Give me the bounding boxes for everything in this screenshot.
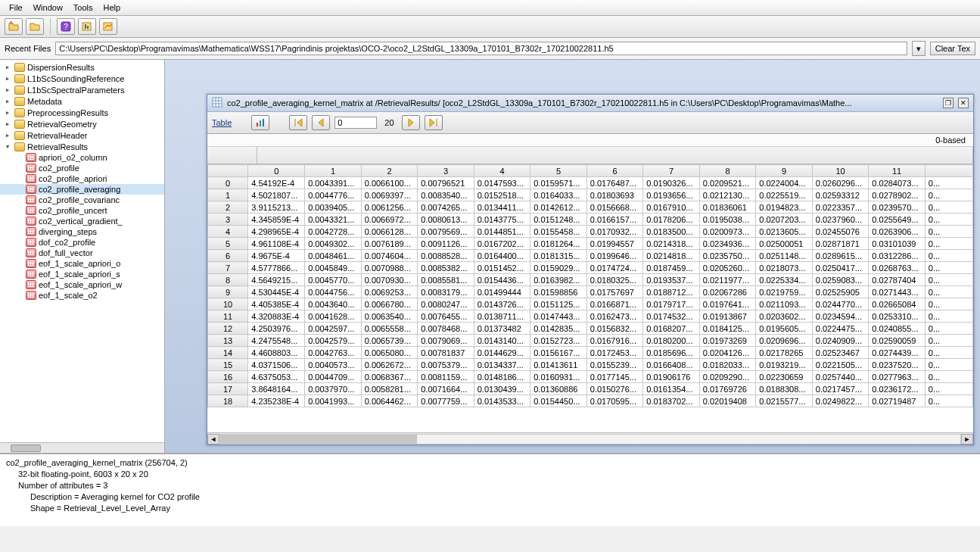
- data-cell[interactable]: 0.0163982...: [530, 274, 587, 286]
- menu-tools[interactable]: Tools: [69, 2, 98, 14]
- data-cell[interactable]: 0.0182033...: [699, 359, 756, 371]
- data-cell[interactable]: 0...: [925, 226, 972, 238]
- filter-input-area[interactable]: [257, 147, 973, 164]
- col-header[interactable]: [925, 165, 972, 177]
- data-cell[interactable]: 0.0150276...: [586, 383, 643, 395]
- data-cell[interactable]: 0.0177145...: [586, 371, 643, 383]
- data-cell[interactable]: 0.0185696...: [643, 347, 700, 359]
- expand-icon[interactable]: ▾: [3, 142, 12, 151]
- data-cell[interactable]: 0.0080247...: [418, 298, 474, 310]
- data-cell[interactable]: 0.0063540...: [361, 310, 418, 323]
- data-cell[interactable]: 0.0154450...: [530, 395, 587, 407]
- data-cell[interactable]: 4.5021807...: [248, 189, 305, 201]
- row-header[interactable]: 16: [208, 371, 248, 383]
- data-cell[interactable]: 0.0091126...: [418, 238, 474, 250]
- data-cell[interactable]: 0.0074604...: [361, 250, 418, 262]
- data-cell[interactable]: 0.0180200...: [643, 335, 700, 347]
- data-cell[interactable]: 0.0203602...: [756, 310, 813, 323]
- expand-icon[interactable]: ▸: [3, 62, 12, 72]
- data-cell[interactable]: 0.0164033...: [530, 189, 587, 201]
- data-cell[interactable]: 0.0240855...: [869, 323, 926, 335]
- data-cell[interactable]: 0.0260296...: [812, 177, 869, 189]
- data-cell[interactable]: 0.0142612...: [530, 201, 587, 214]
- open-file-button[interactable]: [5, 18, 23, 35]
- data-cell[interactable]: 0.0155458...: [530, 226, 587, 238]
- row-header[interactable]: 5: [208, 238, 248, 250]
- data-cell[interactable]: 0...: [925, 238, 972, 250]
- data-cell[interactable]: 0.0160931...: [530, 371, 587, 383]
- hdf-tree[interactable]: ▸DispersionResults▸L1bScSoundingReferenc…: [0, 60, 164, 442]
- data-cell[interactable]: 0.0142835...: [530, 323, 587, 335]
- last-page-button[interactable]: [425, 115, 443, 130]
- row-header[interactable]: 13: [208, 335, 248, 347]
- data-cell[interactable]: 0.01803693: [586, 189, 643, 201]
- tree-dataset[interactable]: diverging_steps: [0, 226, 164, 237]
- data-cell[interactable]: 0.0042579...: [305, 335, 362, 347]
- data-cell[interactable]: 0.0159571...: [530, 177, 587, 189]
- data-cell[interactable]: 0.0144629...: [474, 347, 530, 359]
- data-cell[interactable]: 0.0143726...: [474, 298, 530, 310]
- data-cell[interactable]: 0.0193219...: [756, 359, 813, 371]
- data-cell[interactable]: 0.01994557: [586, 238, 643, 250]
- row-header[interactable]: 2: [208, 201, 248, 214]
- data-cell[interactable]: 0.02067286: [699, 286, 756, 298]
- data-cell[interactable]: 0.0151125...: [530, 298, 587, 310]
- data-cell[interactable]: 0.0156832...: [586, 323, 643, 335]
- data-cell[interactable]: 0.0209290...: [699, 371, 756, 383]
- data-cell[interactable]: 4.2475548...: [248, 335, 305, 347]
- data-cell[interactable]: 0.0224004...: [756, 177, 813, 189]
- col-header[interactable]: 1: [305, 165, 362, 177]
- data-cell[interactable]: 0.0225519...: [756, 189, 813, 201]
- data-cell[interactable]: 4.54192E-4: [248, 177, 305, 189]
- data-cell[interactable]: 0.0143140...: [474, 335, 530, 347]
- data-cell[interactable]: 0.0214318...: [643, 238, 700, 250]
- data-cell[interactable]: 0.0166871...: [586, 298, 643, 310]
- prev-page-button[interactable]: [312, 115, 330, 130]
- col-header[interactable]: 5: [530, 165, 587, 177]
- row-header[interactable]: 15: [208, 359, 248, 371]
- tree-dataset[interactable]: eof_1_scale_apriori_w: [0, 279, 164, 290]
- data-cell[interactable]: 0...: [925, 274, 972, 286]
- tree-dataset[interactable]: co2_profile_averaging: [0, 184, 164, 195]
- expand-icon[interactable]: ▸: [3, 108, 12, 117]
- data-cell[interactable]: 0.00781837: [418, 347, 474, 359]
- data-cell[interactable]: 0.0075379...: [418, 359, 474, 371]
- tree-group[interactable]: ▸DispersionResults: [0, 61, 164, 73]
- data-cell[interactable]: 0.02871871: [812, 238, 869, 250]
- data-cell[interactable]: 4.345859E-4: [248, 214, 305, 226]
- data-cell[interactable]: 3.9115213...: [248, 201, 305, 214]
- data-cell[interactable]: 0.01757697: [586, 286, 643, 298]
- dataset-window-titlebar[interactable]: co2_profile_averaging_kernel_matrix at /…: [207, 95, 973, 112]
- menu-window[interactable]: Window: [29, 2, 67, 14]
- tree-dataset[interactable]: co2_profile: [0, 163, 164, 173]
- data-cell[interactable]: 0.0068367...: [361, 371, 418, 383]
- row-header[interactable]: 11: [208, 310, 248, 323]
- data-cell[interactable]: 0.0167910...: [643, 201, 700, 214]
- data-cell[interactable]: 0.0071664...: [418, 383, 474, 395]
- data-cell[interactable]: 0.0239570...: [869, 201, 926, 214]
- data-cell[interactable]: 0.0190326...: [643, 177, 700, 189]
- data-cell[interactable]: 0.0188712...: [643, 286, 700, 298]
- data-cell[interactable]: 0.0277963...: [869, 371, 926, 383]
- data-cell[interactable]: 0.0174724...: [586, 262, 643, 274]
- data-cell[interactable]: 0.0271443...: [869, 286, 926, 298]
- data-cell[interactable]: 0.0044709...: [305, 371, 362, 383]
- data-cell[interactable]: 0.0187459...: [643, 262, 700, 274]
- data-cell[interactable]: 0.0204126...: [699, 347, 756, 359]
- data-cell[interactable]: 0...: [925, 395, 972, 407]
- data-cell[interactable]: 0.0048461...: [305, 250, 362, 262]
- clear-text-button[interactable]: Clear Tex: [930, 42, 975, 55]
- data-cell[interactable]: 0.0244770...: [812, 298, 869, 310]
- data-cell[interactable]: 0.0083179...: [418, 286, 474, 298]
- data-cell[interactable]: 0.0194823...: [756, 201, 813, 214]
- data-cell[interactable]: 4.0371506...: [248, 359, 305, 371]
- data-cell[interactable]: 0.01836061: [699, 201, 756, 214]
- data-cell[interactable]: 0...: [925, 177, 972, 189]
- data-cell[interactable]: 0.02787404: [869, 274, 926, 286]
- data-cell[interactable]: 0...: [925, 335, 972, 347]
- expand-icon[interactable]: ▸: [3, 73, 12, 83]
- tool-button-2[interactable]: [99, 18, 117, 35]
- data-cell[interactable]: 0.0159029...: [530, 262, 587, 274]
- table-hscroll[interactable]: ◄ ►: [207, 432, 973, 444]
- data-cell[interactable]: 0.0197641...: [699, 298, 756, 310]
